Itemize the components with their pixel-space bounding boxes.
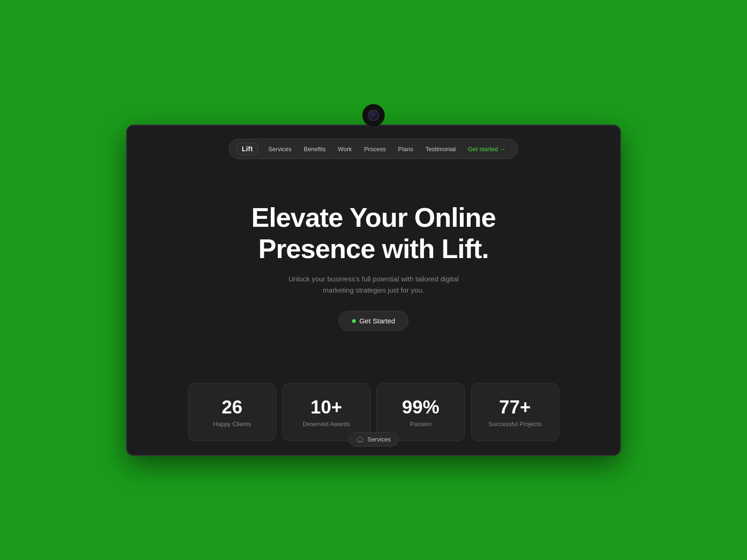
stat-number-awards: 10+: [310, 397, 342, 418]
monitor: Lift Services Benefits Work Process Plan…: [126, 125, 621, 456]
stat-label-awards: Deserved Awards: [303, 420, 350, 427]
stat-number-projects: 77+: [499, 397, 531, 418]
stat-card-clients: 26 Happy Clients: [188, 383, 276, 441]
stat-label-clients: Happy Clients: [213, 420, 251, 427]
hero-cta-button[interactable]: Get Started: [338, 311, 409, 331]
cloud-icon: [356, 437, 364, 442]
hero-title: Elevate Your Online Presence with Lift.: [210, 202, 537, 264]
stat-label-projects: Successful Projects: [488, 420, 541, 427]
screen: Lift Services Benefits Work Process Plan…: [127, 126, 620, 455]
bottom-pill-label: Services: [367, 436, 391, 443]
monitor-wrapper: Lift Services Benefits Work Process Plan…: [126, 104, 621, 456]
stat-number-clients: 26: [222, 397, 243, 418]
bottom-services-pill[interactable]: Services: [348, 432, 399, 447]
stat-card-projects: 77+ Successful Projects: [471, 383, 559, 441]
webcam: [362, 104, 385, 126]
hero-cta-label: Get Started: [359, 317, 395, 325]
hero-section: Elevate Your Online Presence with Lift. …: [191, 150, 556, 383]
hero-subtitle: Unlock your business's full potential wi…: [285, 273, 462, 296]
stat-label-passion: Passion: [410, 420, 431, 427]
cta-dot-icon: [352, 319, 356, 323]
stat-number-passion: 99%: [402, 397, 439, 418]
